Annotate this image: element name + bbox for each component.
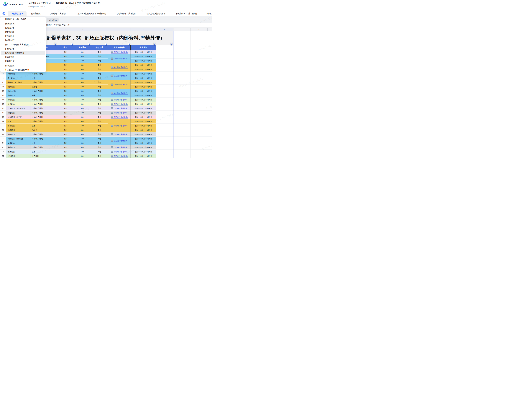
- empty-cell[interactable]: [207, 76, 212, 80]
- empty-cell[interactable]: [191, 76, 207, 80]
- empty-cell[interactable]: [207, 141, 212, 145]
- cell-C-row22[interactable]: 短剧: [57, 132, 74, 137]
- cell-A-row15[interactable]: 顶好剧场: [6, 102, 30, 106]
- dropdown-item[interactable]: 【画屏剧场 女神剧场】: [1, 51, 45, 55]
- row-number[interactable]: 19: [0, 119, 6, 124]
- cell-E-row27[interactable]: 支付: [91, 154, 108, 158]
- cell-B-row15[interactable]: 抖音/推广计划: [30, 102, 57, 106]
- material-link[interactable]: →点击跳转素材片单: [111, 51, 127, 54]
- empty-cell[interactable]: [191, 150, 207, 154]
- cell-D-row15[interactable]: 63%: [74, 102, 91, 106]
- dropdown-item[interactable]: 【碧海剧场】: [1, 34, 45, 38]
- cell-E-row11[interactable]: 支付: [91, 85, 108, 89]
- empty-cell[interactable]: [156, 63, 173, 67]
- empty-cell[interactable]: [207, 124, 212, 128]
- cell-G-row23[interactable]: 每周一结算上一周佣金: [131, 137, 156, 141]
- cell-D-row26[interactable]: 63%: [74, 150, 91, 154]
- empty-cell[interactable]: [207, 98, 212, 102]
- cell-G-row17[interactable]: 每周一结算上一周佣金: [131, 111, 156, 115]
- cell-B-row8[interactable]: 抖音/推广计划: [30, 72, 57, 76]
- cell-D-row20[interactable]: 63%: [74, 124, 91, 128]
- cell-E-row12[interactable]: 支付: [91, 89, 108, 93]
- empty-cell[interactable]: [156, 154, 173, 158]
- empty-cell[interactable]: [191, 89, 207, 93]
- cell-C-row26[interactable]: 短剧: [57, 150, 74, 154]
- row-number[interactable]: 26: [0, 150, 6, 154]
- empty-cell[interactable]: [156, 67, 173, 72]
- filter-icon[interactable]: [88, 43, 90, 45]
- empty-cell[interactable]: [156, 150, 173, 154]
- dropdown-item[interactable]: 【郁郁剧场】: [1, 22, 45, 26]
- cell-A-row19[interactable]: 剧宝: [6, 119, 30, 124]
- filter-icon[interactable]: [72, 43, 73, 45]
- empty-cell[interactable]: [173, 93, 191, 98]
- cell-C-row24[interactable]: 短剧: [57, 141, 74, 145]
- cell-C-row6[interactable]: 短剧: [57, 63, 74, 67]
- cell-G-row6[interactable]: 每周一结算上一周佣金: [131, 63, 156, 67]
- empty-cell[interactable]: [173, 102, 191, 106]
- cell-D-row22[interactable]: 63%: [74, 132, 91, 137]
- cell-A-row17[interactable]: 碧海剧场: [6, 111, 30, 115]
- cell-G-row19[interactable]: 每周一结算上一周佣金: [131, 119, 156, 124]
- cell-A-row13[interactable]: 冰甜剧场: [6, 93, 30, 98]
- cell-G-row12[interactable]: 每周一结算上一周佣金: [131, 89, 156, 93]
- empty-cell[interactable]: [191, 137, 207, 141]
- column-letter-J[interactable]: J: [199, 28, 199, 31]
- empty-cell[interactable]: [173, 50, 191, 54]
- empty-cell[interactable]: [156, 132, 173, 137]
- row-number[interactable]: 8: [0, 72, 6, 76]
- cell-C-row8[interactable]: 短剧: [57, 72, 74, 76]
- cell-E-row3[interactable]: 支付: [91, 50, 108, 54]
- cell-E-row19[interactable]: 支付: [91, 119, 108, 124]
- material-link[interactable]: →点击跳转素材片单: [111, 146, 127, 149]
- cell-B-row17[interactable]: 抖音/推广计划: [30, 111, 57, 115]
- cell-C-row5[interactable]: 短剧: [57, 59, 74, 63]
- row-number[interactable]: 21: [0, 128, 6, 132]
- cell-C-row20[interactable]: 短剧: [57, 124, 74, 128]
- empty-cell[interactable]: [191, 106, 207, 111]
- empty-cell[interactable]: [191, 31, 207, 45]
- empty-cell[interactable]: [173, 124, 191, 128]
- filter-icon[interactable]: [105, 43, 107, 45]
- empty-cell[interactable]: [207, 80, 212, 85]
- cell-E-row7[interactable]: 支付: [91, 67, 108, 72]
- empty-cell[interactable]: [191, 98, 207, 102]
- empty-cell[interactable]: [156, 59, 173, 63]
- cell-A-row26[interactable]: 速播剧场: [6, 150, 30, 154]
- material-link[interactable]: →点击跳转素材片单: [111, 92, 127, 95]
- empty-cell[interactable]: [207, 72, 212, 76]
- cell-D-row13[interactable]: 63%: [74, 93, 91, 98]
- cell-D-row9[interactable]: 63%: [74, 76, 91, 80]
- empty-cell[interactable]: [207, 115, 212, 119]
- cell-C-row16[interactable]: 短剧: [57, 106, 74, 111]
- cell-D-row4[interactable]: 63%: [74, 54, 91, 59]
- empty-cell[interactable]: [207, 31, 212, 45]
- cell-C-row3[interactable]: 短剧: [57, 50, 74, 54]
- cell-B-row10[interactable]: 抖音/推广计划: [30, 80, 57, 85]
- cell-A-row21[interactable]: 冰海短剧: [6, 128, 30, 132]
- cell-D-row16[interactable]: 63%: [74, 106, 91, 111]
- cell-E-row26[interactable]: 支付: [91, 150, 108, 154]
- cell-D-row14[interactable]: 63%: [74, 98, 91, 102]
- empty-cell[interactable]: [173, 145, 191, 150]
- cell-G-row9[interactable]: 每周一结算上一周佣金: [131, 76, 156, 80]
- cell-B-row23[interactable]: 抖音/推广计划: [30, 137, 57, 141]
- empty-cell[interactable]: [191, 59, 207, 63]
- empty-cell[interactable]: [207, 145, 212, 150]
- cell-C-row9[interactable]: 短剧: [57, 76, 74, 80]
- row-number[interactable]: 25: [0, 145, 6, 150]
- material-link[interactable]: →点击跳转素材片单: [111, 83, 127, 86]
- empty-cell[interactable]: [173, 141, 191, 145]
- material-link[interactable]: →点击跳转素材片单: [111, 107, 127, 110]
- cell-C-row15[interactable]: 短剧: [57, 102, 74, 106]
- material-link[interactable]: →点击跳转素材片单: [111, 140, 127, 142]
- cell-B-row20[interactable]: 快手: [30, 124, 57, 128]
- empty-cell[interactable]: [207, 137, 212, 141]
- dropdown-item[interactable]: 【速播剧场】: [1, 59, 45, 63]
- cell-B-row14[interactable]: 抖音/推广计划: [30, 98, 57, 102]
- cell-C-row4[interactable]: 短剧: [57, 54, 74, 59]
- column-letter-G[interactable]: G: [143, 28, 144, 31]
- cell-D-row24[interactable]: 63%: [74, 141, 91, 145]
- cell-C-row18[interactable]: 短剧: [57, 115, 74, 119]
- tab-item[interactable]: 【超好看剧场 多多剧场 来看剧场】: [75, 11, 107, 16]
